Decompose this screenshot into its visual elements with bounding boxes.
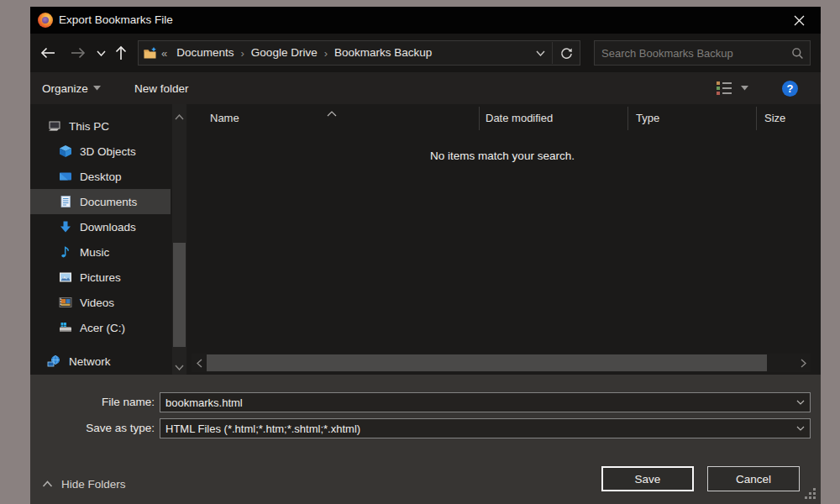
breadcrumb-overflow[interactable]: « xyxy=(157,47,171,60)
new-folder-button[interactable]: New folder xyxy=(134,72,189,104)
sidebar-item-label: Documents xyxy=(80,196,137,208)
save-as-type-label: Save as type: xyxy=(30,418,155,438)
drive-icon xyxy=(58,321,72,335)
sidebar-item-this-pc[interactable]: This PC xyxy=(30,113,172,139)
scroll-down-icon[interactable] xyxy=(175,359,184,374)
file-name-label: File name: xyxy=(30,392,155,412)
navigation-bar: « Documents › Google Drive › Bookmarks B… xyxy=(30,34,821,72)
chevron-down-icon[interactable] xyxy=(791,426,810,431)
sidebar-item-videos[interactable]: Videos xyxy=(30,290,172,315)
sidebar-item-downloads[interactable]: Downloads xyxy=(30,214,172,239)
forward-arrow-icon xyxy=(70,46,87,60)
save-button[interactable]: Save xyxy=(601,466,694,491)
dialog-body: This PC 3D Objects Desktop xyxy=(30,104,821,375)
network-icon xyxy=(47,354,61,369)
scroll-left-icon[interactable] xyxy=(192,354,207,372)
back-button[interactable] xyxy=(37,42,59,64)
chevron-down-icon xyxy=(97,50,106,56)
view-mode-button[interactable] xyxy=(717,72,732,104)
chevron-up-icon xyxy=(42,480,53,487)
sidebar-item-desktop[interactable]: Desktop xyxy=(30,164,172,189)
sidebar-item-pictures[interactable]: Pictures xyxy=(30,265,172,290)
resize-grip[interactable] xyxy=(803,486,816,500)
resize-grip-icon xyxy=(803,486,816,500)
sidebar-item-label: This PC xyxy=(69,120,109,133)
save-as-type-value: HTML Files (*.html;*.htm;*.shtml;*.xhtml… xyxy=(160,423,791,435)
export-bookmarks-dialog: Export Bookmarks File xyxy=(30,7,821,504)
save-as-type-combobox[interactable]: HTML Files (*.html;*.htm;*.shtml;*.xhtml… xyxy=(160,418,811,438)
column-header-name[interactable]: Name xyxy=(192,104,479,133)
music-icon xyxy=(58,245,72,260)
scroll-up-icon[interactable] xyxy=(175,108,184,123)
sidebar-scrollbar[interactable] xyxy=(172,104,186,375)
forward-button[interactable] xyxy=(67,42,89,64)
window-title: Export Bookmarks File xyxy=(59,7,173,34)
sidebar-item-label: Acer (C:) xyxy=(80,322,125,334)
view-mode-dropdown[interactable] xyxy=(741,72,748,104)
hide-folders-label: Hide Folders xyxy=(61,478,126,491)
scroll-right-icon[interactable] xyxy=(795,354,811,372)
address-dropdown-button[interactable] xyxy=(528,50,552,56)
address-bar[interactable]: « Documents › Google Drive › Bookmarks B… xyxy=(138,40,580,66)
hide-folders-button[interactable]: Hide Folders xyxy=(37,474,131,494)
pictures-icon xyxy=(58,270,72,285)
column-header-size[interactable]: Size xyxy=(756,104,813,133)
cancel-button[interactable]: Cancel xyxy=(707,466,800,491)
horizontal-scrollbar-thumb[interactable] xyxy=(207,354,767,371)
search-input[interactable] xyxy=(595,47,785,60)
breadcrumb-item-google-drive[interactable]: Google Drive xyxy=(246,41,323,65)
sidebar-item-label: Videos xyxy=(80,297,114,309)
search-icon[interactable] xyxy=(785,47,810,60)
title-bar: Export Bookmarks File xyxy=(30,7,821,34)
file-name-input[interactable] xyxy=(160,396,791,409)
file-list: Name Date modified Type Size No items ma… xyxy=(192,104,813,375)
chevron-down-icon xyxy=(741,86,748,91)
folder-icon xyxy=(143,46,157,60)
horizontal-scrollbar[interactable] xyxy=(192,354,811,372)
chevron-down-icon[interactable] xyxy=(791,400,810,405)
this-pc-icon xyxy=(47,119,61,134)
documents-icon xyxy=(58,195,72,209)
sidebar-item-label: Downloads xyxy=(80,221,136,234)
close-icon xyxy=(794,15,805,26)
close-button[interactable] xyxy=(777,7,821,34)
refresh-button[interactable] xyxy=(553,47,580,60)
refresh-icon xyxy=(560,47,573,60)
breadcrumb-item-documents[interactable]: Documents xyxy=(171,41,239,65)
command-toolbar: Organize New folder ? xyxy=(30,72,821,104)
firefox-icon xyxy=(38,13,53,28)
sidebar-item-acer-c[interactable]: Acer (C:) xyxy=(30,315,172,340)
sidebar-item-label: Desktop xyxy=(80,171,122,183)
3d-objects-icon xyxy=(58,144,72,159)
recent-locations-button[interactable] xyxy=(94,42,108,64)
new-folder-label: New folder xyxy=(134,82,189,95)
column-header-date-modified[interactable]: Date modified xyxy=(479,104,627,133)
sidebar-item-label: Music xyxy=(80,246,109,259)
sidebar-item-music[interactable]: Music xyxy=(30,239,172,265)
breadcrumb-separator: › xyxy=(323,47,329,60)
chevron-down-icon xyxy=(536,50,545,56)
dialog-footer: File name: Save as type: HTML Files (*.h… xyxy=(30,375,821,504)
sidebar-item-label: 3D Objects xyxy=(80,145,136,158)
back-arrow-icon xyxy=(39,46,56,60)
chevron-down-icon xyxy=(93,86,101,91)
sidebar-item-network[interactable]: Network xyxy=(30,349,172,374)
column-header-type[interactable]: Type xyxy=(627,104,756,133)
empty-results-message: No items match your search. xyxy=(192,150,813,162)
details-view-icon xyxy=(717,81,732,95)
up-button[interactable] xyxy=(113,42,129,64)
sidebar-item-documents[interactable]: Documents xyxy=(30,189,171,214)
sidebar-scrollbar-thumb[interactable] xyxy=(173,243,186,347)
file-name-combobox[interactable] xyxy=(160,392,811,412)
sidebar-item-label: Network xyxy=(69,355,111,368)
breadcrumb-item-bookmarks-backup[interactable]: Bookmarks Backup xyxy=(329,41,437,65)
sidebar-item-label: Pictures xyxy=(80,271,121,284)
downloads-icon xyxy=(58,220,72,234)
organize-button[interactable]: Organize xyxy=(42,72,101,104)
sidebar-item-3d-objects[interactable]: 3D Objects xyxy=(30,139,172,164)
save-label: Save xyxy=(635,473,661,486)
cancel-label: Cancel xyxy=(736,473,771,486)
breadcrumb-separator: › xyxy=(239,47,246,60)
help-button[interactable]: ? xyxy=(782,81,798,97)
desktop-icon xyxy=(58,170,72,184)
